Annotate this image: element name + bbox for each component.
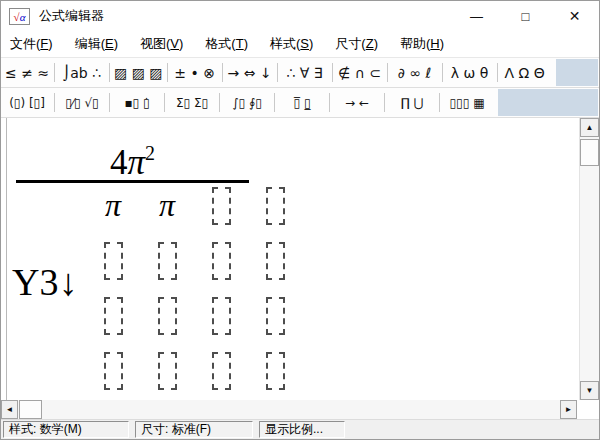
greek-uppercase-button[interactable]: Λ Ω Θ bbox=[499, 58, 551, 87]
toolbar-separator bbox=[277, 63, 278, 82]
minimize-button[interactable]: — bbox=[452, 1, 501, 31]
set-theory-symbols-button[interactable]: ∉ ∩ ⊂ bbox=[334, 58, 386, 87]
toolbar-filler bbox=[556, 59, 598, 86]
status-zoom-panel[interactable]: 显示比例... bbox=[259, 421, 345, 438]
empty-slot-placeholder[interactable] bbox=[104, 297, 123, 335]
menu-format[interactable]: 格式(T) bbox=[205, 35, 248, 53]
toolbar-separator bbox=[54, 93, 55, 112]
empty-slot-placeholder[interactable] bbox=[266, 297, 285, 335]
toolbar-separator bbox=[109, 93, 110, 112]
symbol-toolbar: ≤ ≠ ≈ ⌡ab ∴ ▨ ▨ ▨ ± • ⊗ → ⇔ ↓ ∴ ∀ ∃ ∉ ∩ … bbox=[1, 58, 599, 88]
menu-bar: 文件(F) 编辑(E) 视图(V) 格式(T) 样式(S) 尺寸(Z) 帮助(H… bbox=[1, 31, 599, 58]
canvas-left-edge bbox=[6, 118, 7, 400]
equation-editor-app-icon: √α bbox=[9, 8, 30, 25]
menu-style[interactable]: 样式(S) bbox=[270, 35, 313, 53]
window-controls: — □ ✕ bbox=[452, 1, 599, 31]
toolbar-separator bbox=[167, 63, 168, 82]
toolbar-separator bbox=[439, 93, 440, 112]
product-set-templates-button[interactable]: ∏ ⋃ bbox=[386, 88, 438, 117]
embellishments-button[interactable]: ▨ ▨ ▨ bbox=[111, 58, 166, 87]
menu-view[interactable]: 视图(V) bbox=[140, 35, 183, 53]
close-button[interactable]: ✕ bbox=[550, 1, 599, 31]
empty-slot-placeholder[interactable] bbox=[158, 242, 177, 280]
matrix-templates-button[interactable]: ▯▯▯ ▦ bbox=[441, 88, 493, 117]
status-bar: 样式: 数学(M) 尺寸: 标准(F) 显示比例... bbox=[1, 419, 599, 439]
labeled-arrow-templates-button[interactable]: → ← bbox=[331, 88, 383, 117]
toolbar-separator bbox=[497, 63, 498, 82]
empty-slot-placeholder[interactable] bbox=[104, 352, 123, 390]
toolbar-separator bbox=[329, 93, 330, 112]
empty-slot-placeholder[interactable] bbox=[158, 297, 177, 335]
empty-slot-placeholder[interactable] bbox=[104, 242, 123, 280]
menu-edit[interactable]: 编辑(E) bbox=[75, 35, 118, 53]
logical-symbols-button[interactable]: ∴ ∀ ∃ bbox=[279, 58, 331, 87]
empty-slot-placeholder[interactable] bbox=[212, 187, 231, 225]
empty-slot-placeholder[interactable] bbox=[212, 297, 231, 335]
greek-lowercase-button[interactable]: λ ω θ bbox=[444, 58, 496, 87]
operator-symbols-button[interactable]: ± • ⊗ bbox=[169, 58, 221, 87]
underbar-overbar-templates-button[interactable]: ▯̅ ▯̲ bbox=[276, 88, 328, 117]
relational-symbols-button[interactable]: ≤ ≠ ≈ bbox=[1, 58, 53, 87]
toolbar-separator bbox=[54, 63, 55, 82]
fraction-radical-templates-button[interactable]: ▯⁄▯ √▯ bbox=[56, 88, 108, 117]
toolbar-separator bbox=[442, 63, 443, 82]
horizontal-scrollbar-row: ◄ ► bbox=[1, 400, 599, 419]
matrix-cell-pi: π bbox=[105, 185, 121, 225]
toolbar-separator bbox=[387, 63, 388, 82]
integral-templates-button[interactable]: ∫▯ ∮▯ bbox=[221, 88, 273, 117]
toolbar-filler bbox=[498, 89, 598, 116]
equation-editor-window: √α 公式编辑器 — □ ✕ 文件(F) 编辑(E) 视图(V) 格式(T) 样… bbox=[0, 0, 600, 440]
vertical-scrollbar: ▲ ▼ bbox=[579, 118, 599, 400]
toolbar-separator bbox=[384, 93, 385, 112]
template-toolbar: (▯) [▯] ▯⁄▯ √▯ ▪▯ ▯̇ Σ▯ Σ▯ ∫▯ ∮▯ ▯̅ ▯̲ →… bbox=[1, 88, 599, 118]
empty-slot-placeholder[interactable] bbox=[158, 352, 177, 390]
misc-symbols-button[interactable]: ∂ ∞ ℓ bbox=[389, 58, 441, 87]
empty-slot-placeholder[interactable] bbox=[266, 187, 285, 225]
scroll-down-button[interactable]: ▼ bbox=[580, 381, 599, 400]
numerator-pi: π bbox=[127, 143, 145, 182]
menu-size[interactable]: 尺寸(Z) bbox=[335, 35, 378, 53]
empty-slot-placeholder[interactable] bbox=[212, 352, 231, 390]
horizontal-scroll-thumb[interactable] bbox=[19, 400, 42, 419]
subscript-superscript-templates-button[interactable]: ▪▯ ▯̇ bbox=[111, 88, 163, 117]
label-text: Y3 bbox=[12, 261, 58, 303]
summation-templates-button[interactable]: Σ▯ Σ▯ bbox=[166, 88, 218, 117]
spaces-ellipses-button[interactable]: ⌡ab ∴ bbox=[56, 58, 108, 87]
title-bar: √α 公式编辑器 — □ ✕ bbox=[1, 1, 599, 31]
menu-help[interactable]: 帮助(H) bbox=[400, 35, 444, 53]
fraction-bar bbox=[16, 180, 249, 183]
horizontal-scroll-track[interactable] bbox=[42, 400, 560, 419]
toolbar-separator bbox=[109, 63, 110, 82]
empty-slot-placeholder[interactable] bbox=[212, 242, 231, 280]
empty-slot-placeholder[interactable] bbox=[266, 352, 285, 390]
fence-templates-button[interactable]: (▯) [▯] bbox=[1, 88, 53, 117]
toolbar-separator bbox=[274, 93, 275, 112]
menu-file[interactable]: 文件(F) bbox=[10, 35, 53, 53]
maximize-button[interactable]: □ bbox=[501, 1, 550, 31]
status-size-panel[interactable]: 尺寸: 标准(F) bbox=[135, 421, 253, 438]
matrix-grid: π π bbox=[86, 185, 302, 400]
scroll-up-button[interactable]: ▲ bbox=[580, 118, 599, 137]
scroll-left-button[interactable]: ◄ bbox=[1, 400, 18, 419]
empty-slot-placeholder[interactable] bbox=[266, 242, 285, 280]
toolbar-separator bbox=[332, 63, 333, 82]
vertical-scroll-thumb[interactable] bbox=[580, 139, 599, 166]
matrix-cell-pi: π bbox=[159, 185, 175, 225]
toolbar-separator bbox=[164, 93, 165, 112]
numerator-exponent: 2 bbox=[145, 142, 155, 164]
scroll-right-button[interactable]: ► bbox=[560, 400, 577, 419]
vertical-scroll-track[interactable] bbox=[580, 166, 599, 381]
numerator-coefficient: 4 bbox=[110, 143, 128, 182]
down-arrow-glyph: ↓ bbox=[58, 261, 77, 303]
equation-canvas[interactable]: 4π2 π π Y3↓ bbox=[1, 118, 579, 400]
arrow-symbols-button[interactable]: → ⇔ ↓ bbox=[224, 58, 276, 87]
horizontal-scrollbar: ◄ ► bbox=[1, 400, 577, 419]
toolbar-separator bbox=[219, 93, 220, 112]
scrollbar-corner bbox=[577, 400, 599, 419]
equation-label-y3: Y3↓ bbox=[12, 263, 77, 301]
status-style-panel[interactable]: 样式: 数学(M) bbox=[3, 421, 129, 438]
fraction-numerator: 4π2 bbox=[16, 132, 249, 184]
window-title: 公式编辑器 bbox=[39, 7, 104, 25]
toolbar-separator bbox=[222, 63, 223, 82]
content-area: 4π2 π π Y3↓ bbox=[1, 118, 599, 400]
